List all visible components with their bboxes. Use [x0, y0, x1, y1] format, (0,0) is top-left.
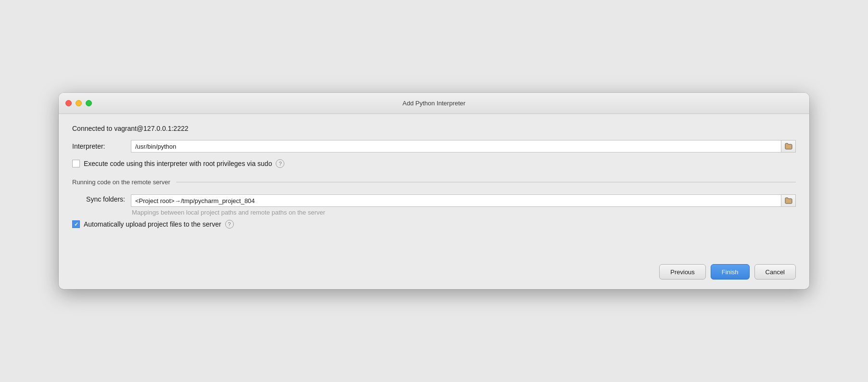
running-section-title: Running code on the remote server — [72, 178, 170, 186]
button-row: Previous Finish Cancel — [59, 256, 809, 289]
sudo-checkbox-row: Execute code using this interpreter with… — [72, 159, 796, 168]
auto-upload-label: Automatically upload project files to th… — [84, 220, 221, 228]
cancel-button[interactable]: Cancel — [754, 264, 796, 280]
auto-upload-help-icon[interactable]: ? — [225, 220, 234, 229]
sync-label: Sync folders: — [72, 194, 125, 203]
interpreter-input-group — [131, 140, 796, 153]
interpreter-row: Interpreter: — [72, 140, 796, 153]
content-area: Connected to vagrant@127.0.0.1:2222 Inte… — [59, 114, 809, 256]
sync-input-area: Mappings between local project paths and… — [131, 194, 796, 216]
previous-button[interactable]: Previous — [659, 264, 706, 280]
title-bar: Add Python Interpreter — [59, 93, 809, 114]
sync-input-row — [131, 194, 796, 207]
sudo-checkbox[interactable] — [72, 160, 80, 167]
interpreter-label: Interpreter: — [72, 142, 125, 150]
interpreter-input[interactable] — [131, 140, 781, 153]
running-section: Sync folders: Mappings between local pro… — [72, 194, 796, 239]
dialog: Add Python Interpreter Connected to vagr… — [59, 93, 809, 289]
minimize-button[interactable] — [76, 100, 82, 106]
window-title: Add Python Interpreter — [403, 100, 466, 107]
folder-icon — [785, 143, 792, 150]
sync-folder-icon — [785, 197, 792, 204]
finish-button[interactable]: Finish — [711, 264, 750, 280]
sync-input[interactable] — [131, 194, 781, 207]
sync-row: Sync folders: Mappings between local pro… — [72, 194, 796, 216]
interpreter-browse-button[interactable] — [781, 140, 796, 153]
connection-info: Connected to vagrant@127.0.0.1:2222 — [72, 125, 796, 132]
traffic-lights — [65, 100, 92, 106]
maximize-button[interactable] — [86, 100, 92, 106]
auto-upload-checkbox[interactable] — [72, 220, 80, 228]
section-divider — [176, 182, 796, 182]
close-button[interactable] — [65, 100, 72, 106]
auto-upload-row: Automatically upload project files to th… — [72, 220, 796, 229]
sudo-help-icon[interactable]: ? — [276, 159, 284, 168]
sync-hint: Mappings between local project paths and… — [131, 209, 796, 216]
running-section-header: Running code on the remote server — [72, 178, 796, 186]
sync-browse-button[interactable] — [781, 194, 796, 207]
sudo-checkbox-label: Execute code using this interpreter with… — [84, 160, 272, 167]
